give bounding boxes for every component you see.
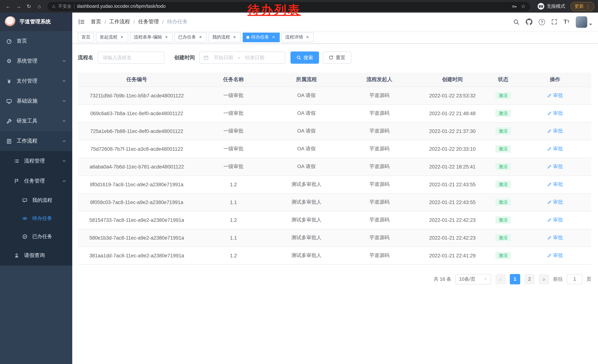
end-date-input[interactable] [241,55,268,60]
table-row: 73211d9d-7b9b-11ec-b5b7-acde48001122 一级审… [78,87,591,105]
sidebar-item-my-process[interactable]: 我的流程 [0,191,72,209]
edit-icon [547,253,551,258]
cell-status: 激活 [488,87,519,105]
cell-task-name: 1.2 [196,176,271,193]
github-icon[interactable] [526,18,532,25]
sidebar-item-workflow[interactable]: 工作流程 [0,131,72,151]
sidebar-item-leave-query[interactable]: 请假查询 [0,245,72,266]
next-page-button[interactable]: › [539,274,549,284]
cell-task-name: 1.1 [196,193,271,211]
edit-icon [547,200,551,204]
sidebar-item-system[interactable]: ⚙ 系统管理 [0,51,72,71]
page-button-1[interactable]: 1 [510,274,520,284]
reload-icon[interactable]: ↻ [25,2,33,11]
page-button-2[interactable]: 2 [524,274,535,284]
cell-task-id: 580e1b3d-7ac8-11ec-a9e2-a2380e71991a [78,229,196,247]
approve-button[interactable]: 审批 [547,199,563,205]
warning-icon: ⚠ [52,4,56,9]
approve-button[interactable]: 审批 [547,163,563,170]
chevron-down-icon [62,119,66,123]
app-logo[interactable]: 芋道管理系统 [0,13,72,31]
close-icon[interactable]: × [271,35,276,40]
cell-created: 2022-01-22 18:25:41 [417,158,488,176]
close-icon[interactable]: × [305,35,310,40]
collapse-sidebar-icon[interactable] [78,18,85,25]
cell-action: 审批 [519,247,591,264]
tab-my-process[interactable]: 我的流程 × [208,32,241,42]
page-size-select[interactable]: 10条/页 [455,274,491,284]
cell-action: 审批 [519,158,591,176]
sidebar-item-home[interactable]: 首页 [0,31,72,51]
chevron-down-icon [62,59,66,63]
close-icon[interactable]: × [164,35,169,40]
back-icon[interactable]: ← [4,2,13,11]
sidebar-item-done-tasks[interactable]: 已办任务 [0,227,72,245]
status-badge: 激活 [495,92,511,99]
date-range-picker[interactable]: - [199,51,285,64]
tab-done-tasks[interactable]: 已办任务 × [174,32,207,42]
cell-status: 激活 [488,247,519,264]
close-icon[interactable]: × [119,35,125,40]
tab-home[interactable]: 首页 [78,32,94,42]
column-header: 创建时间 [417,73,488,87]
start-date-input[interactable] [210,55,237,60]
star-icon[interactable]: ☆ [521,3,526,9]
sidebar-item-devtools[interactable]: 研发工具 [0,111,72,131]
status-badge: 激活 [495,181,511,188]
close-icon[interactable]: × [198,35,203,40]
cell-status: 激活 [488,229,519,247]
tab-form-edit[interactable]: 流程表单-编辑 × [130,32,173,42]
cell-action: 审批 [519,229,591,247]
approve-button[interactable]: 审批 [547,92,563,99]
eye-icon [22,216,28,221]
sidebar-item-label: 任务管理 [24,178,45,184]
search-icon[interactable] [513,19,519,25]
edit-icon [547,147,551,151]
update-button[interactable]: 更新 ⋮ [570,2,594,11]
edit-icon [547,218,551,222]
close-icon[interactable]: × [232,35,237,40]
home-icon[interactable]: ⌂ [35,2,44,11]
approve-button[interactable]: 审批 [547,252,563,259]
edit-icon [547,129,551,133]
user-avatar[interactable] [576,16,592,28]
sidebar-item-label: 基础设施 [17,98,37,105]
sidebar-item-label: 工作流程 [17,138,37,145]
cell-process: 测试多审批人 [271,176,342,193]
forward-icon[interactable]: → [14,2,23,11]
sidebar-item-process-manage[interactable]: 流程管理 [0,151,72,171]
goto-page-input[interactable] [567,274,582,284]
sidebar-item-task-manage[interactable]: 任务管理 [0,171,72,191]
sidebar-item-payment[interactable]: ¥ 支付管理 [0,71,72,91]
fullscreen-icon[interactable] [551,19,557,25]
key-icon[interactable] [512,4,517,9]
sidebar: 芋道管理系统 首页 ⚙ 系统管理 ¥ 支付管理 [0,13,72,364]
chat-icon [22,198,28,203]
help-icon[interactable]: ? [539,19,545,25]
page-content: 流程名 创建时间 - 搜索 [72,44,598,364]
more-vert-icon[interactable]: ⋮ [586,4,590,9]
breadcrumb-home[interactable]: 首页 [91,18,101,25]
cell-status: 激活 [488,193,519,211]
tab-todo-tasks[interactable]: 待办任务 × [243,32,280,42]
approve-button[interactable]: 审批 [547,110,563,117]
avatar [576,16,587,28]
table-row: 58154733-7ac8-11ec-a9e2-a2380e71991a 1.2… [78,211,591,229]
sidebar-item-infrastructure[interactable]: 基础设施 [0,91,72,111]
sidebar-item-todo-tasks[interactable]: 待办任务 [0,209,72,227]
approve-button[interactable]: 审批 [547,128,563,134]
process-name-input[interactable] [98,51,165,64]
cell-created: 2022-01-22 20:33:10 [417,140,488,158]
approve-button[interactable]: 审批 [547,217,563,223]
tab-start-process[interactable]: 发起流程 × [96,32,128,42]
cell-action: 审批 [519,140,591,158]
tab-process-detail[interactable]: 流程详情 × [282,32,314,42]
approve-button[interactable]: 审批 [547,235,563,241]
approve-button[interactable]: 审批 [547,146,563,152]
reset-button[interactable]: 重置 [323,51,351,64]
search-button[interactable]: 搜索 [291,51,319,64]
prev-page-button[interactable]: ‹ [495,274,506,284]
font-size-icon[interactable]: TT [564,19,569,25]
person-icon [13,253,20,258]
approve-button[interactable]: 审批 [547,181,563,188]
